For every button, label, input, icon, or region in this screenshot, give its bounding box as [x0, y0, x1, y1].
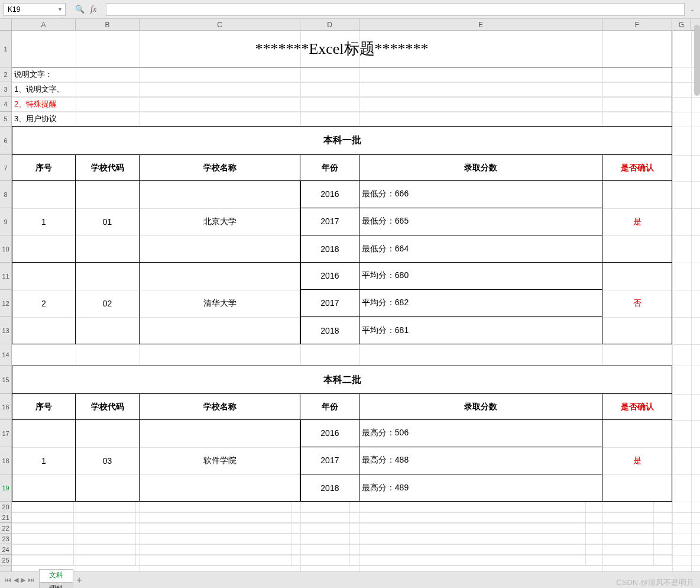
row-header-7[interactable]: 7	[0, 155, 11, 181]
section1-header[interactable]: 本科一批	[12, 127, 672, 155]
note-row-0[interactable]: 说明文字：	[12, 67, 672, 82]
th-year[interactable]: 年份	[300, 155, 359, 181]
th-name[interactable]: 学校名称	[140, 394, 300, 420]
row-header-17[interactable]: 17	[0, 420, 11, 447]
cell-name[interactable]: 清华大学	[140, 263, 300, 344]
cell-seq[interactable]: 1	[12, 420, 76, 502]
cell-year[interactable]: 2016	[300, 420, 359, 447]
row-header-8[interactable]: 8	[0, 181, 11, 208]
row-header-10[interactable]: 10	[0, 235, 11, 263]
row-header-9[interactable]: 9	[0, 208, 11, 235]
note-row-2[interactable]: 2、特殊提醒	[12, 97, 672, 112]
blank-row[interactable]	[12, 544, 672, 555]
grid-body[interactable]: *******Excel标题******* 说明文字： 1、说明文字。 2、特殊…	[12, 31, 700, 571]
col-header-F[interactable]: F	[602, 19, 672, 30]
row-header-5[interactable]: 5	[0, 112, 11, 127]
row-header-2[interactable]: 2	[0, 67, 11, 82]
blank-row[interactable]	[12, 523, 672, 534]
row-header-6[interactable]: 6	[0, 127, 11, 155]
th-confirm[interactable]: 是否确认	[602, 394, 672, 420]
title-cell[interactable]: *******Excel标题*******	[12, 31, 672, 67]
tab-last-icon[interactable]: ⏭	[28, 576, 34, 584]
col-header-B[interactable]: B	[76, 19, 140, 30]
cell-score[interactable]: 最高分：506	[359, 420, 602, 447]
cell-year[interactable]: 2017	[300, 447, 359, 474]
th-year[interactable]: 年份	[300, 394, 359, 420]
row-header-19[interactable]: 19	[0, 474, 11, 502]
cell-year[interactable]: 2018	[300, 474, 359, 502]
cell-score[interactable]: 平均分：681	[359, 317, 602, 344]
blank-row[interactable]	[12, 534, 672, 544]
blank-row[interactable]	[12, 502, 672, 512]
row-header-16[interactable]: 16	[0, 394, 11, 420]
cell-seq[interactable]: 1	[12, 181, 76, 263]
sheet-tab-文科[interactable]: 文科	[39, 569, 73, 582]
cell-year[interactable]: 2017	[300, 290, 359, 317]
blank-row[interactable]	[12, 512, 672, 523]
vertical-scrollbar[interactable]	[694, 25, 700, 96]
row-header-3[interactable]: 3	[0, 82, 11, 97]
row-header-14[interactable]: 14	[0, 344, 11, 366]
row-header-23[interactable]: 23	[0, 534, 11, 544]
cell-year[interactable]: 2016	[300, 181, 359, 208]
cell-score[interactable]: 最高分：488	[359, 447, 602, 474]
th-code[interactable]: 学校代码	[76, 155, 140, 181]
chevron-down-icon[interactable]: ▾	[59, 6, 61, 12]
cell-code[interactable]: 02	[76, 263, 140, 344]
tab-first-icon[interactable]: ⏮	[5, 576, 11, 584]
row-header-20[interactable]: 20	[0, 502, 11, 512]
cell-score[interactable]: 平均分：680	[359, 263, 602, 290]
cell-code[interactable]: 03	[76, 420, 140, 502]
col-header-G[interactable]: G	[672, 19, 691, 30]
cell-score[interactable]: 最低分：665	[359, 208, 602, 235]
row-header-1[interactable]: 1	[0, 31, 11, 67]
th-score[interactable]: 录取分数	[359, 394, 602, 420]
select-all-corner[interactable]	[0, 19, 12, 31]
cell-seq[interactable]: 2	[12, 263, 76, 344]
tab-next-icon[interactable]: ▶	[21, 576, 25, 584]
cell-code[interactable]: 01	[76, 181, 140, 263]
row-header-21[interactable]: 21	[0, 512, 11, 523]
col-header-E[interactable]: E	[359, 19, 602, 30]
cell-score[interactable]: 最低分：666	[359, 181, 602, 208]
th-seq[interactable]: 序号	[12, 394, 76, 420]
cell-year[interactable]: 2018	[300, 235, 359, 263]
th-seq[interactable]: 序号	[12, 155, 76, 181]
th-code[interactable]: 学校代码	[76, 394, 140, 420]
blank-row[interactable]	[12, 555, 672, 566]
expand-formula-icon[interactable]: ⌄	[688, 6, 696, 12]
row-header-12[interactable]: 12	[0, 290, 11, 317]
section2-header[interactable]: 本科二批	[12, 366, 672, 394]
cell-year[interactable]: 2017	[300, 208, 359, 235]
row-header-11[interactable]: 11	[0, 263, 11, 290]
fx-icon[interactable]: fx	[90, 5, 96, 14]
note-row-1[interactable]: 1、说明文字。	[12, 82, 672, 97]
cell-confirm[interactable]: 是	[602, 420, 672, 502]
cell-score[interactable]: 平均分：682	[359, 290, 602, 317]
row-header-4[interactable]: 4	[0, 97, 11, 112]
row-header-25[interactable]: 25	[0, 555, 11, 566]
col-header-A[interactable]: A	[12, 19, 76, 30]
th-name[interactable]: 学校名称	[140, 155, 300, 181]
row-header-22[interactable]: 22	[0, 523, 11, 534]
row-header-24[interactable]: 24	[0, 544, 11, 555]
note-row-3[interactable]: 3、用户协议	[12, 112, 672, 127]
name-box[interactable]: K19 ▾	[4, 3, 66, 16]
cell-confirm[interactable]: 否	[602, 263, 672, 344]
cell-year[interactable]: 2018	[300, 317, 359, 344]
th-confirm[interactable]: 是否确认	[602, 155, 672, 181]
row-header-13[interactable]: 13	[0, 317, 11, 344]
cell-score[interactable]: 最低分：664	[359, 235, 602, 263]
cell-score[interactable]: 最高分：489	[359, 474, 602, 502]
spacer-row[interactable]	[12, 344, 672, 366]
row-header-15[interactable]: 15	[0, 366, 11, 394]
add-sheet-button[interactable]: +	[73, 575, 86, 586]
col-header-C[interactable]: C	[140, 19, 300, 30]
magnifier-icon[interactable]: 🔍	[75, 5, 85, 14]
sheet-tab-理科[interactable]: 理科	[39, 582, 73, 589]
cell-confirm[interactable]: 是	[602, 181, 672, 263]
cell-name[interactable]: 北京大学	[140, 181, 300, 263]
formula-input[interactable]	[106, 3, 685, 16]
tab-prev-icon[interactable]: ◀	[14, 576, 18, 584]
cell-year[interactable]: 2016	[300, 263, 359, 290]
